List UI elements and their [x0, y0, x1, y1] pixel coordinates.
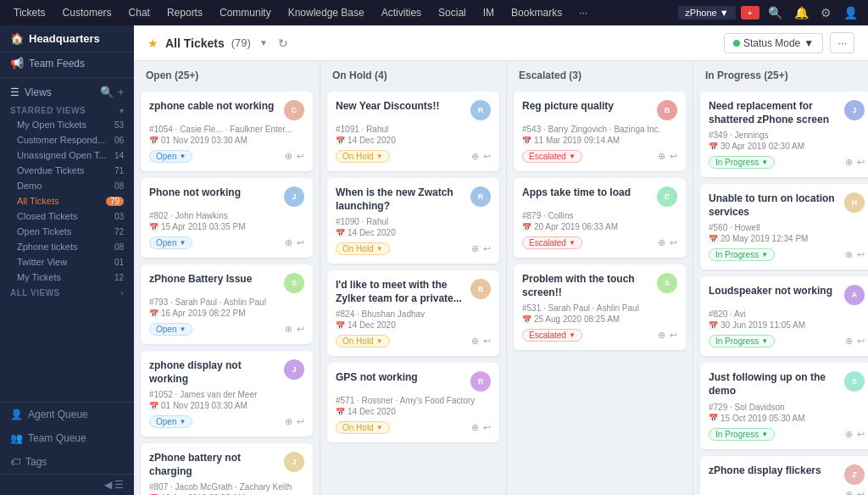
card-badge[interactable]: On Hold ▼ [336, 242, 390, 255]
status-mode-button[interactable]: Status Mode ▼ [724, 33, 823, 53]
sidebar-team-queue[interactable]: 👥 Team Queue [0, 426, 134, 450]
card-merge-icon[interactable]: ⊕ [845, 429, 853, 440]
add-button[interactable]: + [741, 6, 760, 19]
card-merge-icon[interactable]: ⊕ [658, 237, 665, 248]
card-merge-icon[interactable]: ⊕ [845, 249, 853, 260]
starred-view-item[interactable]: Customer Respond...06 [0, 132, 134, 147]
card-reply-icon[interactable]: ↩ [670, 330, 677, 341]
card-reply-icon[interactable]: ↩ [483, 243, 491, 254]
star-icon[interactable]: ★ [147, 36, 159, 50]
card-reply-icon[interactable]: ↩ [483, 336, 491, 347]
starred-view-item[interactable]: Demo08 [0, 178, 134, 193]
card-merge-icon[interactable]: ⊕ [845, 336, 853, 347]
card-badge[interactable]: Open ▼ [149, 415, 192, 428]
card-merge-icon[interactable]: ⊕ [285, 237, 292, 248]
card-merge-icon[interactable]: ⊕ [285, 324, 292, 335]
notifications-icon-btn[interactable]: 🔔 [791, 4, 812, 21]
card-reply-icon[interactable]: ↩ [483, 151, 491, 162]
card-merge-icon[interactable]: ⊕ [285, 416, 292, 427]
card-badge[interactable]: Open ▼ [149, 323, 192, 336]
card-reply-icon[interactable]: ↩ [297, 416, 304, 427]
card-badge[interactable]: In Progress ▼ [709, 428, 775, 441]
ticket-card[interactable]: zPhone battery not charging J #807 · Jac… [141, 443, 313, 495]
zphone-button[interactable]: zPhone ▼ [678, 6, 735, 19]
ticket-card[interactable]: Loudspeaker not working A #820 · Avi 📅30… [700, 276, 868, 356]
card-reply-icon[interactable]: ↩ [857, 157, 865, 168]
nav-reports[interactable]: Reports [160, 3, 209, 22]
starred-chevron[interactable]: ▾ [120, 107, 125, 115]
card-merge-icon[interactable]: ⊕ [285, 151, 292, 162]
card-merge-icon[interactable]: ⊕ [658, 151, 665, 162]
card-reply-icon[interactable]: ↩ [857, 336, 865, 347]
card-badge[interactable]: Escalated ▼ [522, 150, 582, 163]
nav-social[interactable]: Social [431, 3, 473, 22]
search-views-icon[interactable]: 🔍 [100, 86, 114, 98]
nav-more[interactable]: ··· [572, 3, 594, 22]
ticket-card[interactable]: GPS not working R #571 · Rossner · Amy's… [327, 363, 499, 442]
ticket-card[interactable]: zphone cable not working C #1054 · Casie… [141, 92, 313, 171]
nav-bookmarks[interactable]: Bookmarks [504, 3, 569, 22]
ticket-card[interactable]: Phone not working J #802 · John Hawkins … [141, 178, 313, 258]
card-badge[interactable]: On Hold ▼ [336, 421, 390, 434]
card-merge-icon[interactable]: ⊕ [471, 151, 479, 162]
nav-tickets[interactable]: Tickets [7, 3, 53, 22]
collapse-icon[interactable]: ◀ ☰ [104, 479, 124, 491]
nav-community[interactable]: Community [213, 3, 278, 22]
ticket-card[interactable]: Just following up on the demo S #729 · S… [700, 363, 868, 448]
ticket-card[interactable]: When is the new Zwatch launching? R #109… [327, 178, 499, 264]
card-badge[interactable]: On Hold ▼ [336, 335, 390, 348]
card-reply-icon[interactable]: ↩ [297, 324, 304, 335]
card-badge[interactable]: In Progress ▼ [709, 156, 775, 169]
ticket-card[interactable]: Reg picture quality B #543 · Barry Zingo… [514, 92, 686, 171]
all-views-chevron[interactable]: › [121, 289, 125, 298]
sidebar-agent-queue[interactable]: 👤 Agent Queue [0, 403, 134, 426]
card-badge[interactable]: In Progress ▼ [709, 248, 775, 261]
ticket-card[interactable]: I'd like to meet with the Zylker team fo… [327, 270, 499, 356]
search-icon-btn[interactable]: 🔍 [765, 4, 786, 21]
card-merge-icon[interactable]: ⊕ [845, 157, 853, 168]
nav-activities[interactable]: Activities [375, 3, 428, 22]
card-badge[interactable]: Escalated ▼ [522, 236, 582, 249]
settings-icon-btn[interactable]: ⚙ [817, 4, 835, 21]
ticket-card[interactable]: New Year Discounts!! R #1091 · Rahul 📅14… [327, 92, 499, 171]
card-reply-icon[interactable]: ↩ [857, 429, 865, 440]
ticket-card[interactable]: zphone display not working J #1052 · Jam… [141, 351, 313, 437]
starred-view-item[interactable]: All Tickets79 [0, 193, 134, 209]
ticket-card[interactable]: Need replacement for shattered zPhone sc… [700, 92, 868, 177]
card-merge-icon[interactable]: ⊕ [658, 330, 665, 341]
ticket-card[interactable]: Apps take time to load C #879 · Collins … [514, 178, 686, 258]
card-merge-icon[interactable]: ⊕ [471, 422, 479, 433]
avatar-btn[interactable]: 👤 [840, 4, 861, 21]
all-views-label[interactable]: ALL VIEWS › [0, 285, 134, 299]
sidebar-tags[interactable]: 🏷 Tags [0, 450, 134, 474]
card-reply-icon[interactable]: ↩ [670, 237, 677, 248]
toolbar-more-button[interactable]: ··· [830, 32, 854, 53]
starred-view-item[interactable]: Overdue Tickets71 [0, 163, 134, 178]
card-reply-icon[interactable]: ↩ [297, 151, 304, 162]
starred-view-item[interactable]: Closed Tickets03 [0, 209, 134, 224]
card-badge[interactable]: Open ▼ [149, 236, 192, 249]
nav-customers[interactable]: Customers [56, 3, 119, 22]
starred-view-item[interactable]: Zphone tickets08 [0, 239, 134, 254]
card-reply-icon[interactable]: ↩ [483, 422, 491, 433]
starred-view-item[interactable]: Twitter View01 [0, 254, 134, 270]
card-reply-icon[interactable]: ↩ [670, 151, 677, 162]
tickets-dropdown-chevron[interactable]: ▼ [259, 38, 268, 47]
ticket-card[interactable]: zPhone Battery Issue S #793 · Sarah Paul… [141, 264, 313, 344]
nav-chat[interactable]: Chat [122, 3, 157, 22]
card-reply-icon[interactable]: ↩ [857, 249, 865, 260]
starred-view-item[interactable]: Open Tickets72 [0, 224, 134, 239]
headquarters-header[interactable]: 🏠 Headquarters [0, 25, 134, 53]
card-reply-icon[interactable]: ↩ [297, 237, 304, 248]
ticket-card[interactable]: zPhone display flickers Z ⊕ ↩ [700, 456, 868, 495]
add-view-icon[interactable]: + [117, 86, 124, 98]
starred-view-item[interactable]: Unassigned Open T...14 [0, 147, 134, 163]
card-reply-icon[interactable]: ↩ [857, 489, 865, 495]
card-badge[interactable]: Escalated ▼ [522, 329, 582, 342]
refresh-button[interactable]: ↻ [278, 36, 288, 50]
card-badge[interactable]: Open ▼ [149, 150, 192, 163]
starred-view-item[interactable]: My Tickets12 [0, 270, 134, 285]
nav-im[interactable]: IM [476, 3, 501, 22]
ticket-card[interactable]: Unable to turn on location services H #5… [700, 184, 868, 270]
card-badge[interactable]: On Hold ▼ [336, 150, 390, 163]
